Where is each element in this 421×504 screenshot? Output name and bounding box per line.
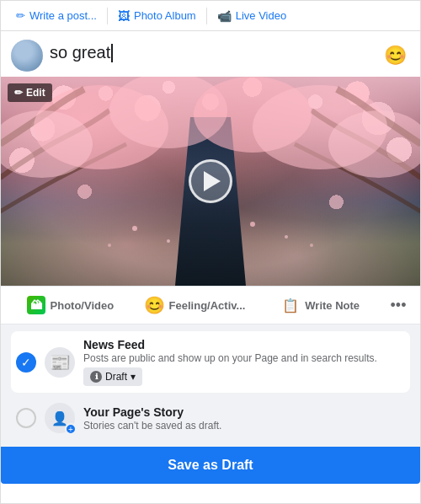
- write-note-label: Write Note: [305, 299, 360, 312]
- media-preview: ✏ Edit: [1, 77, 420, 286]
- edit-button[interactable]: ✏ Edit: [8, 83, 52, 102]
- post-type-toolbar: ✏ Write a post... 🖼 Photo Album 📹 Live V…: [1, 1, 420, 31]
- draft-label: Draft: [105, 371, 127, 383]
- story-text: Your Page's Story Stories can't be saved…: [83, 405, 405, 432]
- avatar: [11, 40, 43, 72]
- edit-pencil-icon: ✏: [14, 87, 23, 99]
- photo-album-label: Photo Album: [134, 9, 196, 22]
- post-text: so great: [50, 43, 110, 62]
- svg-point-10: [108, 244, 111, 247]
- story-desc: Stories can't be saved as draft.: [83, 420, 405, 432]
- radio-button-unselected: [16, 408, 36, 428]
- story-title: Your Page's Story: [83, 405, 405, 419]
- photo-video-icon: 🏔: [27, 296, 45, 314]
- live-video-icon: 📹: [217, 9, 232, 23]
- news-feed-item[interactable]: ✓ 📰 News Feed Posts are public and show …: [11, 331, 410, 393]
- news-feed-desc: Posts are public and show up on your Pag…: [83, 352, 405, 364]
- emoji-button[interactable]: 😊: [381, 41, 410, 70]
- write-post-tab[interactable]: ✏ Write a post...: [8, 4, 105, 27]
- svg-point-7: [167, 239, 170, 243]
- news-feed-title: News Feed: [83, 338, 405, 351]
- toolbar-divider-1: [107, 8, 108, 24]
- photo-video-button[interactable]: 🏔 Photo/Video: [8, 290, 133, 320]
- photo-video-label: Photo/Video: [51, 299, 115, 312]
- write-note-button[interactable]: 📋 Write Note: [258, 290, 383, 320]
- news-feed-text: News Feed Posts are public and show up o…: [83, 338, 405, 386]
- story-person-icon: 👤: [51, 410, 68, 426]
- svg-point-9: [285, 235, 288, 239]
- more-dots-icon: •••: [391, 297, 407, 314]
- feeling-label: Feeling/Activ...: [169, 299, 246, 312]
- feeling-icon: 😊: [146, 296, 164, 314]
- feeling-activity-button[interactable]: 😊 Feeling/Activ...: [133, 290, 258, 320]
- photo-album-icon: 🖼: [118, 9, 130, 23]
- save-as-draft-label: Save as Draft: [168, 458, 253, 473]
- action-row: 🏔 Photo/Video 😊 Feeling/Activ... 📋 Write…: [1, 286, 420, 324]
- more-options-button[interactable]: •••: [383, 290, 413, 320]
- draft-dropdown-icon: ▾: [131, 371, 136, 383]
- write-post-label: Write a post...: [29, 9, 97, 22]
- story-icon: 👤 +: [45, 403, 75, 433]
- post-text-input[interactable]: so great: [50, 40, 374, 62]
- photo-album-tab[interactable]: 🖼 Photo Album: [109, 4, 205, 28]
- svg-point-11: [310, 244, 313, 247]
- play-triangle-icon: [204, 171, 221, 191]
- play-button[interactable]: [189, 159, 232, 203]
- edit-label: Edit: [26, 87, 45, 99]
- svg-point-8: [250, 222, 255, 227]
- live-video-tab[interactable]: 📹 Live Video: [209, 4, 295, 28]
- post-input-area: so great 😊: [1, 31, 420, 77]
- text-cursor: [111, 44, 113, 62]
- info-icon: ℹ: [90, 371, 102, 383]
- story-plus-icon: +: [65, 423, 77, 435]
- live-video-label: Live Video: [236, 9, 286, 22]
- news-feed-icon: 📰: [45, 347, 75, 378]
- write-note-icon: 📋: [281, 296, 300, 314]
- selected-check-icon: ✓: [16, 352, 36, 373]
- toolbar-divider-2: [206, 8, 207, 24]
- pencil-icon: ✏: [16, 9, 25, 22]
- svg-point-6: [132, 226, 137, 231]
- draft-button[interactable]: ℹ Draft ▾: [83, 367, 142, 386]
- audience-section: ✓ 📰 News Feed Posts are public and show …: [1, 324, 420, 447]
- page-story-item[interactable]: 👤 + Your Page's Story Stories can't be s…: [11, 396, 410, 440]
- save-as-draft-button[interactable]: Save as Draft: [1, 447, 420, 484]
